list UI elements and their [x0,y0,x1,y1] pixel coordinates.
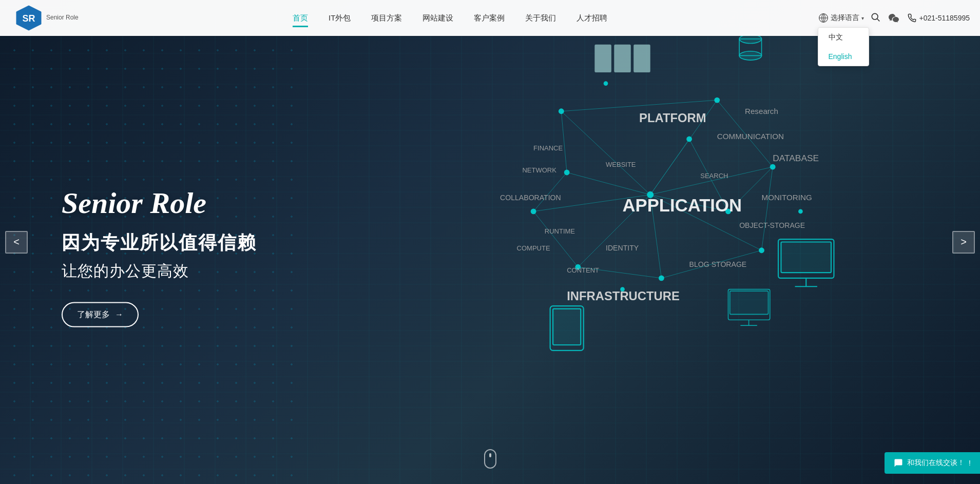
svg-text:WEBSITE: WEBSITE [606,161,636,168]
learn-more-label: 了解更多 [77,309,110,320]
svg-point-40 [798,209,803,214]
carousel-next-button[interactable]: > [952,231,975,254]
scroll-indicator [484,449,496,469]
svg-point-75 [739,51,761,60]
phone-number: +021-51185995 [919,14,970,22]
search-icon [870,12,880,22]
main-nav: 首页 IT外包 项目方案 网站建设 客户案例 关于我们 人才招聘 [82,11,818,25]
svg-point-29 [559,108,564,114]
svg-text:FINANCE: FINANCE [533,144,563,152]
svg-point-37 [686,137,692,142]
svg-point-31 [770,164,776,170]
hero-subtitle: 让您的办公更高效 [62,260,257,281]
hero-brand-text: Senior Role [62,185,257,220]
svg-text:OBJECT-STORAGE: OBJECT-STORAGE [739,221,805,229]
svg-text:IDENTITY: IDENTITY [606,244,639,252]
svg-text:PLATFORM: PLATFORM [639,111,706,125]
svg-rect-71 [614,45,631,72]
svg-text:DATABASE: DATABASE [773,153,819,163]
nav-item-website[interactable]: 网站建设 [422,11,453,25]
svg-rect-67 [730,291,768,315]
svg-text:COLLABORATION: COLLABORATION [500,193,561,202]
logo-name-text: Senior Role [46,14,79,22]
tech-diagram: PLATFORM Research FINANCE COMMUNICATION … [343,0,980,484]
hero-title: 因为专业所以值得信赖 [62,230,257,255]
chat-exclamation: ! [969,459,971,467]
svg-text:INFRASTRUCTURE: INFRASTRUCTURE [567,289,680,303]
svg-text:SR: SR [22,13,35,24]
chat-label: 和我们在线交谈！ [907,458,965,468]
svg-line-25 [561,111,567,172]
chevron-down-icon: ▾ [861,15,864,21]
svg-point-6 [872,13,878,20]
svg-line-7 [877,18,879,21]
wechat-button[interactable] [887,11,901,25]
svg-point-39 [604,81,608,86]
svg-line-16 [650,139,689,195]
logo-icon: SR [15,5,42,31]
header-right: 选择语言 ▾ 中文 English [818,11,981,25]
svg-text:Research: Research [745,107,778,115]
language-selector[interactable]: 选择语言 ▾ 中文 English [818,13,864,23]
svg-point-33 [659,276,664,281]
search-button[interactable] [870,12,880,25]
svg-line-24 [533,172,567,211]
phone-area: +021-51185995 [907,13,970,23]
lang-label: 选择语言 [831,13,859,23]
learn-more-arrow: → [115,310,123,319]
header: SR Senior Role 首页 IT外包 项目方案 网站建设 客户案例 关于… [0,0,980,36]
nav-item-project[interactable]: 项目方案 [371,11,402,25]
svg-rect-61 [553,309,581,345]
svg-point-36 [564,170,570,176]
svg-text:MONITORING: MONITORING [762,193,812,202]
svg-line-15 [567,172,650,195]
svg-text:APPLICATION: APPLICATION [623,196,742,215]
svg-rect-72 [633,45,650,72]
chat-icon [894,458,903,468]
svg-text:RUNTIME: RUNTIME [545,227,575,235]
wechat-icon [888,12,900,24]
learn-more-button[interactable]: 了解更多 → [62,302,139,327]
nav-item-cases[interactable]: 客户案例 [474,11,505,25]
svg-point-32 [759,247,764,253]
scroll-mouse-icon [484,449,496,469]
svg-rect-70 [595,45,612,72]
lang-option-zh[interactable]: 中文 [818,28,869,47]
nav-item-recruit[interactable]: 人才招聘 [577,11,607,25]
hero-section: PLATFORM Research FINANCE COMMUNICATION … [0,0,980,484]
nav-item-it[interactable]: IT外包 [329,11,351,25]
globe-icon [818,13,829,23]
svg-point-30 [715,98,720,103]
logo-area: SR Senior Role [0,5,82,31]
hero-content: Senior Role 因为专业所以值得信赖 让您的办公更高效 了解更多 → [62,185,257,327]
nav-item-about[interactable]: 关于我们 [525,11,556,25]
nav-item-home[interactable]: 首页 [293,11,308,25]
svg-text:BLOG STORAGE: BLOG STORAGE [689,260,747,268]
svg-line-8 [561,111,650,195]
chat-button[interactable]: 和我们在线交谈！ ! [885,452,980,474]
svg-text:COMMUNICATION: COMMUNICATION [717,132,784,141]
lang-option-en[interactable]: English [818,47,869,66]
svg-text:SEARCH: SEARCH [700,172,728,180]
phone-icon [907,13,916,23]
svg-text:COMPUTE: COMPUTE [517,244,550,252]
svg-line-20 [762,167,773,250]
lang-dropdown: 中文 English [818,27,869,66]
svg-rect-63 [781,242,832,273]
svg-text:CONTENT: CONTENT [567,266,599,274]
svg-line-23 [533,211,578,267]
svg-point-35 [531,208,536,214]
logo-text: Senior Role [46,14,79,22]
carousel-prev-button[interactable]: < [5,231,28,254]
svg-text:NETWORK: NETWORK [523,166,557,174]
svg-line-18 [561,100,717,111]
